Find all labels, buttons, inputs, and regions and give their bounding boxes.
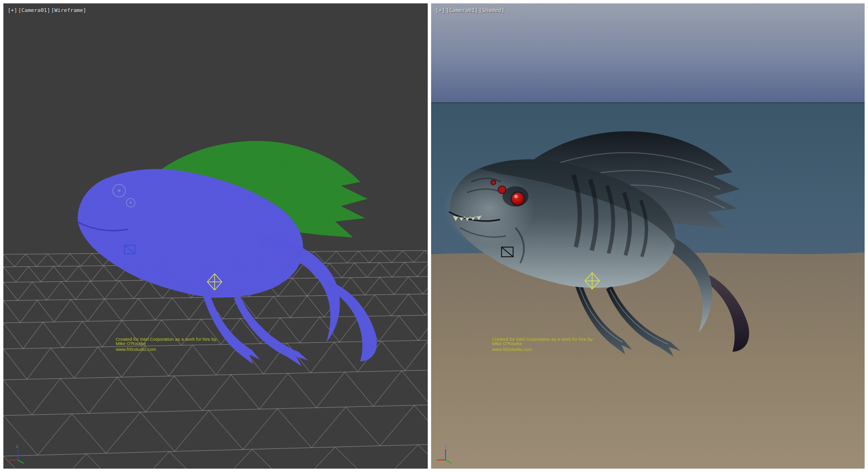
shaded-scene[interactable]: [431, 3, 865, 469]
axis-tripod: z: [435, 443, 456, 464]
credit-text: Created for Intel Corporation as a work …: [492, 337, 594, 351]
axis-z-label: z: [444, 444, 446, 449]
viewport-wireframe[interactable]: [+] [Camera01] [Wireframe]: [3, 3, 428, 469]
axis-z-label: z: [16, 444, 18, 449]
viewport-general-menu[interactable]: [+]: [435, 7, 445, 14]
max-viewport-split: [+] [Camera01] [Wireframe]: [0, 0, 868, 472]
fish-model-wireframe[interactable]: [77, 141, 377, 366]
eye-large-icon: [511, 192, 525, 206]
seabed-sand: [431, 252, 865, 469]
viewport-general-menu[interactable]: [+]: [8, 7, 17, 14]
viewport-pov-menu[interactable]: [Camera01]: [446, 7, 478, 14]
viewport-shading-menu[interactable]: [Wireframe]: [51, 7, 86, 14]
eye-medium-icon: [498, 186, 506, 194]
sky: [431, 3, 865, 103]
credit-text: Created for Intel Corporation as a work …: [116, 337, 217, 351]
viewport-shaded[interactable]: [+] [Camera01] [Shaded]: [431, 3, 865, 469]
wireframe-scene[interactable]: [3, 3, 428, 469]
eye-small-icon: [491, 180, 496, 185]
viewport-pov-menu[interactable]: [Camera01]: [18, 7, 50, 14]
viewport-shading-menu[interactable]: [Shaded]: [479, 7, 504, 14]
viewport-label: [+] [Camera01] [Wireframe]: [8, 7, 86, 14]
axis-tripod: z: [7, 443, 28, 464]
viewport-label: [+] [Camera01] [Shaded]: [435, 7, 504, 14]
